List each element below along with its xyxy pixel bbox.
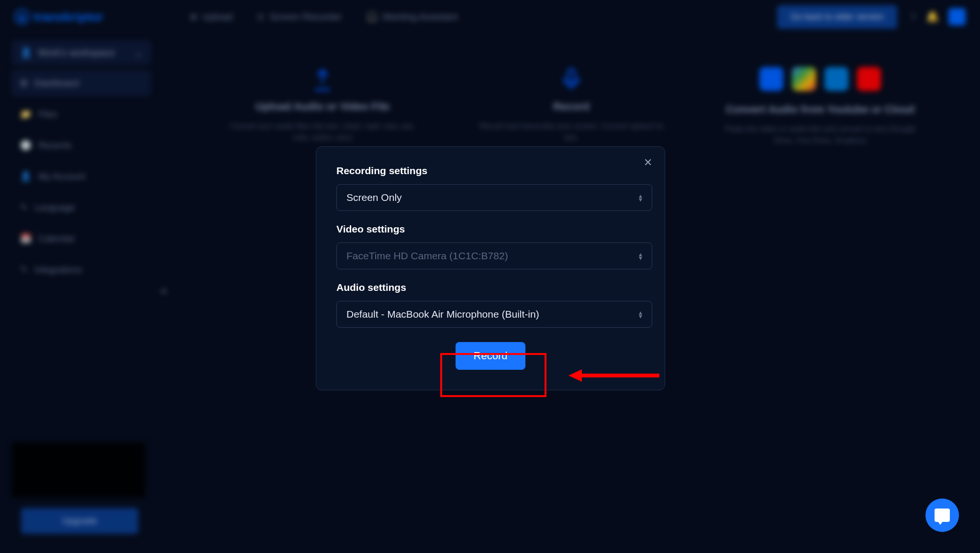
calendar-icon: 📅 <box>20 233 32 244</box>
card-cloud[interactable]: Convert Audio from Youtube or Cloud Past… <box>724 67 916 256</box>
svg-rect-0 <box>568 69 575 82</box>
select-video-value: FaceTime HD Camera (1C1C:B782) <box>346 250 508 262</box>
sidebar-item-recents[interactable]: 🕑 Recents <box>11 132 151 158</box>
logo-icon: ◉ <box>14 9 30 24</box>
header: ◉ transkriptor ⊕ Upload ⊙ Screen Recorde… <box>0 0 980 33</box>
sidebar-item-account[interactable]: 👤 My Account <box>11 163 151 189</box>
sidebar: 👤 Work's workspace ⌄ ⊞ Dashboard 📁 Files… <box>0 33 163 289</box>
sidebar-item-calendar[interactable]: 📅 Calendar <box>11 225 151 252</box>
chat-icon <box>935 509 950 522</box>
sidebar-item-files[interactable]: 📁 Files <box>11 101 151 127</box>
header-nav: ⊕ Upload ⊙ Screen Recorder 🎧 Meeting Ass… <box>189 11 457 22</box>
upgrade-button[interactable]: Upgrade <box>21 508 138 534</box>
workspace-selector[interactable]: 👤 Work's workspace ⌄ <box>11 40 151 65</box>
sidebar-footer: Upgrade <box>11 442 145 534</box>
workspace-icon: 👤 <box>20 47 32 58</box>
select-video[interactable]: FaceTime HD Camera (1C1C:B782) ▴▾ <box>336 243 652 269</box>
microphone-icon <box>558 67 584 93</box>
promo-banner <box>11 442 145 498</box>
close-icon[interactable]: ✕ <box>642 156 654 169</box>
select-arrows-icon: ▴▾ <box>639 194 642 202</box>
cta-older-version[interactable]: Go back to older version <box>777 5 897 29</box>
dropbox-icon <box>759 67 783 91</box>
section-recording: Recording settings Screen Only ▴▾ <box>336 165 645 211</box>
section-audio: Audio settings Default - MacBook Air Mic… <box>336 282 645 328</box>
select-arrows-icon: ▴▾ <box>639 310 642 319</box>
theme-toggle-icon[interactable]: ☽ <box>907 11 916 23</box>
sidebar-collapse-handle[interactable]: ◀ <box>160 286 166 295</box>
notification-icon[interactable]: 🔔 <box>926 11 939 23</box>
account-icon: 👤 <box>20 171 32 182</box>
section-video: Video settings FaceTime HD Camera (1C1C:… <box>336 223 645 269</box>
record-button[interactable]: Record <box>456 342 526 370</box>
nav-item-meeting[interactable]: 🎧 Meeting Assistant <box>366 11 458 22</box>
logo-text: transkriptor <box>33 10 103 24</box>
label-recording: Recording settings <box>336 165 645 177</box>
chat-bubble-button[interactable] <box>925 498 959 532</box>
sidebar-item-language[interactable]: ✎ Language <box>11 194 151 221</box>
upload-file-icon <box>310 67 335 93</box>
label-video: Video settings <box>336 223 645 235</box>
upload-icon: ⊕ <box>189 11 198 22</box>
cloud-icons <box>759 67 881 91</box>
sidebar-item-integrations[interactable]: ✎ Integrations <box>11 256 151 283</box>
integrations-icon: ✎ <box>20 264 28 275</box>
dashboard-icon: ⊞ <box>20 77 28 88</box>
select-recording[interactable]: Screen Only ▴▾ <box>336 184 652 211</box>
youtube-icon <box>857 67 881 91</box>
language-icon: ✎ <box>20 202 28 213</box>
record-button-wrapper: Record <box>336 342 645 370</box>
recording-settings-modal: ✕ Recording settings Screen Only ▴▾ Vide… <box>316 146 665 390</box>
recents-icon: 🕑 <box>20 140 32 151</box>
nav-item-upload[interactable]: ⊕ Upload <box>189 11 233 22</box>
sidebar-item-dashboard[interactable]: ⊞ Dashboard <box>11 70 151 96</box>
recorder-icon: ⊙ <box>256 11 265 22</box>
label-audio: Audio settings <box>336 282 645 293</box>
logo[interactable]: ◉ transkriptor <box>14 9 103 24</box>
select-recording-value: Screen Only <box>346 192 402 203</box>
select-audio-value: Default - MacBook Air Microphone (Built-… <box>346 309 539 320</box>
header-right: Go back to older version ☽ 🔔 <box>777 5 966 29</box>
meeting-icon: 🎧 <box>366 11 378 22</box>
avatar[interactable] <box>948 8 966 25</box>
select-arrows-icon: ▴▾ <box>639 252 642 260</box>
nav-item-recorder[interactable]: ⊙ Screen Recorder <box>256 11 342 22</box>
chevron-down-icon: ⌄ <box>134 47 143 58</box>
onedrive-icon <box>824 67 848 91</box>
gdrive-icon <box>792 67 816 91</box>
select-audio[interactable]: Default - MacBook Air Microphone (Built-… <box>336 301 652 328</box>
files-icon: 📁 <box>20 109 32 120</box>
